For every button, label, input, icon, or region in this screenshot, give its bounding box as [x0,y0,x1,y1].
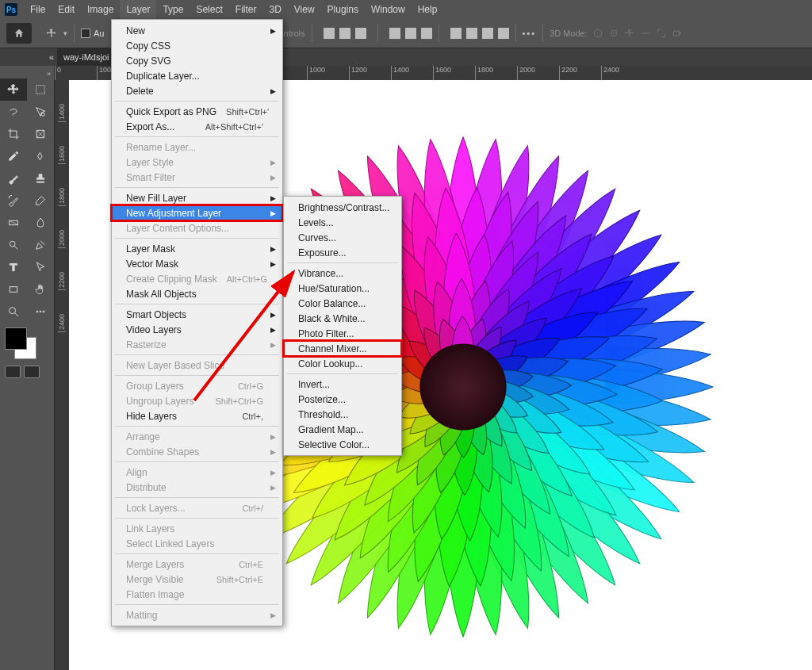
type-tool[interactable] [0,256,27,278]
lasso-tool[interactable] [0,101,27,123]
menu-image[interactable]: Image [81,0,120,19]
path-select-tool[interactable] [27,256,54,278]
menu-item-vibrance[interactable]: Vibrance... [284,266,401,281]
move-tool[interactable] [0,78,27,101]
3d-slide-icon[interactable] [640,28,651,39]
edit-toolbar[interactable] [27,301,54,323]
3d-camera-icon[interactable] [672,28,683,39]
menu-item-layer-mask[interactable]: Layer Mask▶ [112,241,282,256]
3d-roll-icon[interactable] [608,28,619,39]
menu-item-selective-color[interactable]: Selective Color... [284,437,401,452]
frame-tool[interactable] [27,123,54,145]
3d-scale-icon[interactable] [656,28,667,39]
menu-item-quick-export-as-png[interactable]: Quick Export as PNGShift+Ctrl+' [112,104,282,119]
menu-item-new[interactable]: New▶ [112,23,282,38]
menu-item-color-balance[interactable]: Color Balance... [284,296,401,311]
menu-item-hue-saturation[interactable]: Hue/Saturation... [284,281,401,296]
menu-item-levels[interactable]: Levels... [284,215,401,230]
crop-tool[interactable] [0,123,27,145]
menu-item-gradient-map[interactable]: Gradient Map... [284,422,401,437]
align-middle-icon[interactable] [405,28,416,39]
menu-item-black-white[interactable]: Black & White... [284,311,401,326]
menu-view[interactable]: View [288,0,321,19]
menu-item-vector-mask[interactable]: Vector Mask▶ [112,256,282,271]
menu-filter[interactable]: Filter [229,0,263,19]
menu-select[interactable]: Select [190,0,228,19]
more-options-button[interactable]: ••• [523,29,537,38]
menu-item-new-adjustment-layer[interactable]: New Adjustment Layer▶ [112,205,282,220]
menu-separator [115,426,279,427]
menu-type[interactable]: Type [156,0,190,19]
menu-item-export-as[interactable]: Export As...Alt+Shift+Ctrl+' [112,119,282,134]
menu-item-smart-objects[interactable]: Smart Objects▶ [112,307,282,322]
panel-collapse-icon[interactable]: « [49,52,54,62]
menu-item-new-fill-layer[interactable]: New Fill Layer▶ [112,190,282,205]
menu-item-label: New Layer Based Slice [126,360,224,371]
pen-tool[interactable] [27,234,54,256]
menu-window[interactable]: Window [365,0,412,19]
align-top-icon[interactable] [389,28,400,39]
history-brush-tool[interactable] [0,190,27,212]
svg-point-16 [36,311,38,312]
stamp-tool[interactable] [27,167,54,190]
toolbox-collapse-icon[interactable]: » [47,70,51,78]
menu-item-label: Selective Color... [298,439,370,450]
distribute-v-icon[interactable] [466,28,477,39]
menu-layer[interactable]: Layer [120,0,156,19]
menu-item-label: Layer Content Options... [126,223,229,234]
menu-help[interactable]: Help [412,0,444,19]
eyedropper-tool[interactable] [0,145,27,167]
3d-pan-icon[interactable] [624,28,635,39]
menu-file[interactable]: File [24,0,52,19]
menu-item-curves[interactable]: Curves... [284,230,401,245]
color-swatches[interactable] [5,327,36,359]
menu-item-duplicate-layer[interactable]: Duplicate Layer... [112,68,282,83]
align-right-icon[interactable] [355,28,366,39]
brush-tool[interactable] [0,167,27,190]
align-left-icon[interactable] [324,28,335,39]
healing-tool[interactable] [27,145,54,167]
home-button[interactable] [6,23,32,44]
menu-item-photo-filter[interactable]: Photo Filter... [284,326,401,341]
menu-item-video-layers[interactable]: Video Layers▶ [112,322,282,337]
distribute-h-icon[interactable] [450,28,462,39]
align-bottom-icon[interactable] [421,28,432,39]
quick-select-tool[interactable] [27,101,54,123]
hand-tool[interactable] [27,278,54,301]
menu-item-shortcut: Shift+Ctrl+E [207,575,263,584]
menu-plugins[interactable]: Plugins [321,0,365,19]
menu-item-brightness-contrast[interactable]: Brightness/Contrast... [284,200,401,215]
menu-item-threshold[interactable]: Threshold... [284,407,401,422]
rectangle-tool[interactable] [0,278,27,301]
menu-edit[interactable]: Edit [52,0,81,19]
marquee-tool[interactable] [27,78,54,101]
menu-item-delete[interactable]: Delete▶ [112,83,282,98]
align-center-icon[interactable] [339,28,350,39]
screen-mode-icon[interactable] [24,366,40,378]
menu-item-copy-svg[interactable]: Copy SVG [112,53,282,68]
menu-item-label: Brightness/Contrast... [298,202,389,213]
menu-3d[interactable]: 3D [262,0,287,19]
menu-item-channel-mixer[interactable]: Channel Mixer... [284,341,401,356]
auto-select-checkbox[interactable] [81,29,90,38]
menu-item-color-lookup[interactable]: Color Lookup... [284,356,401,371]
eyedropper-tool-icon [7,150,20,163]
menu-item-exposure[interactable]: Exposure... [284,245,401,260]
menu-item-invert[interactable]: Invert... [284,377,401,392]
distribute-stack-icon[interactable] [498,28,509,39]
menu-item-hide-layers[interactable]: Hide LayersCtrl+, [112,408,282,423]
eraser-tool[interactable] [27,190,54,212]
quick-mask-icon[interactable] [5,366,21,378]
menu-item-mask-all-objects[interactable]: Mask All Objects [112,286,282,301]
zoom-tool[interactable] [0,301,27,323]
toolbox: » [0,66,55,670]
menu-item-copy-css[interactable]: Copy CSS [112,38,282,53]
gradient-tool[interactable] [0,212,27,234]
foreground-color-swatch[interactable] [5,327,27,350]
menu-item-posterize[interactable]: Posterize... [284,392,401,407]
menu-item-shortcut: Alt+Ctrl+G [217,274,267,284]
distribute-space-icon[interactable] [482,28,493,39]
3d-orbit-icon[interactable] [592,28,603,39]
dodge-tool[interactable] [0,234,27,256]
blur-tool[interactable] [27,212,54,234]
